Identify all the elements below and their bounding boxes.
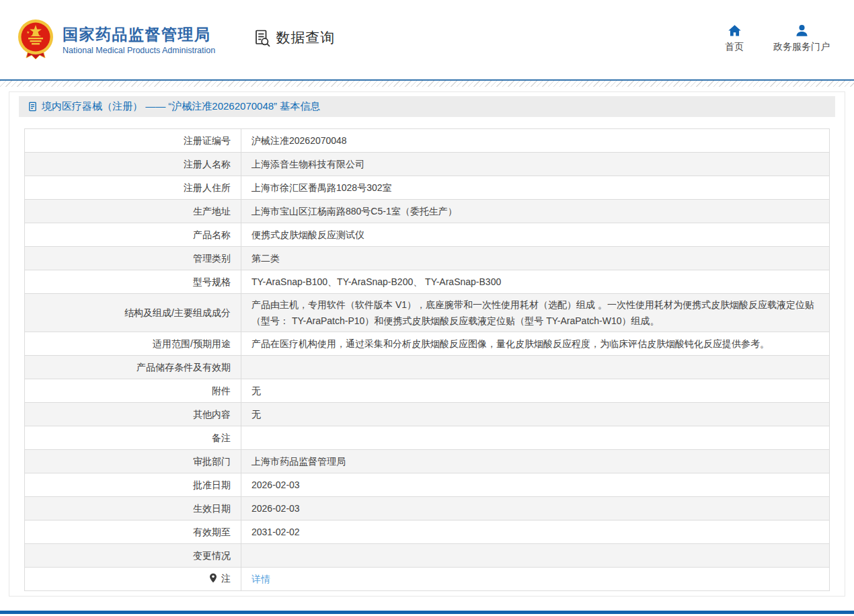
field-value: 2026-02-03	[241, 497, 830, 521]
field-value: 沪械注准20262070048	[241, 129, 830, 153]
field-value-text: 产品由主机，专用软件（软件版本 V1），底座腕带和一次性使用耗材（选配）组成 。…	[251, 299, 814, 326]
field-value: 上海添音生物科技有限公司	[241, 153, 830, 176]
table-row: 注册人住所上海市徐汇区番禺路1028号302室	[25, 176, 830, 200]
field-label: 备注	[25, 426, 241, 450]
field-value-text: TY-AraSnap-B100、TY-AraSnap-B200、 TY-AraS…	[251, 276, 501, 287]
nav-home[interactable]: 首页	[725, 24, 744, 53]
table-row: 审批部门上海市药品监督管理局	[25, 450, 830, 473]
field-value: 上海市药品监督管理局	[241, 450, 830, 473]
field-label: 注册证编号	[25, 129, 241, 153]
field-label-text: 审批部门	[193, 456, 231, 467]
field-label: 适用范围/预期用途	[25, 332, 241, 356]
field-label-text: 注	[221, 573, 231, 584]
page-title: 境内医疗器械（注册） —— “沪械注准20262070048” 基本信息	[42, 100, 320, 113]
field-label: 生效日期	[25, 497, 241, 521]
field-value: 便携式皮肤烟酸反应测试仪	[241, 223, 830, 247]
table-row: 管理类别第二类	[25, 247, 830, 270]
field-label: 生产地址	[25, 200, 241, 223]
field-label-text: 其他内容	[193, 409, 231, 420]
field-value	[241, 544, 830, 568]
field-value-text: 2026-02-03	[251, 479, 300, 490]
table-row: 注册人名称上海添音生物科技有限公司	[25, 153, 830, 176]
field-label: 结构及组成/主要组成成分	[25, 294, 241, 332]
document-icon	[28, 102, 38, 112]
field-label-text: 生产地址	[193, 206, 231, 217]
home-icon	[728, 24, 742, 38]
location-pin-icon	[209, 572, 217, 588]
field-value: 2031-02-02	[241, 521, 830, 544]
page-title-bar: 境内医疗器械（注册） —— “沪械注准20262070048” 基本信息	[19, 96, 835, 117]
table-row: 生产地址上海市宝山区江杨南路880号C5-1室（委托生产）	[25, 200, 830, 223]
nmpa-logo: 国家药品监督管理局 National Medical Products Admi…	[17, 19, 215, 61]
field-value-text: 无	[251, 409, 261, 420]
field-value-text: 上海市徐汇区番禺路1028号302室	[251, 182, 392, 193]
field-label-text: 结构及组成/主要组成成分	[124, 307, 231, 318]
field-label-text: 备注	[212, 432, 231, 443]
field-label: 其他内容	[25, 403, 241, 426]
field-value: 第二类	[241, 247, 830, 270]
field-label-text: 注册证编号	[184, 135, 231, 146]
national-emblem-icon	[17, 19, 54, 61]
field-label: 有效期至	[25, 521, 241, 544]
field-value: 详情	[241, 568, 830, 591]
field-value	[241, 426, 830, 450]
field-value-text: 2031-02-02	[251, 527, 300, 537]
field-label-text: 批准日期	[193, 479, 231, 490]
top-nav: 首页 政务服务门户	[725, 24, 830, 53]
org-titles: 国家药品监督管理局 National Medical Products Admi…	[63, 24, 215, 55]
table-row: 其他内容无	[25, 403, 830, 426]
table-row: 产品名称便携式皮肤烟酸反应测试仪	[25, 223, 830, 247]
table-row: 结构及组成/主要组成成分产品由主机，专用软件（软件版本 V1），底座腕带和一次性…	[25, 294, 830, 332]
hatch-stripe-band	[0, 81, 854, 87]
field-label: 注册人住所	[25, 176, 241, 200]
org-title-cn: 国家药品监督管理局	[63, 24, 215, 44]
table-row: 适用范围/预期用途产品在医疗机构使用，通过采集和分析皮肤烟酸反应图像，量化皮肤烟…	[25, 332, 830, 356]
content-panel: 境内医疗器械（注册） —— “沪械注准20262070048” 基本信息 注册证…	[9, 91, 845, 596]
field-value-text: 上海添音生物科技有限公司	[251, 159, 364, 169]
field-label-text: 附件	[212, 385, 231, 396]
nav-portal-label: 政务服务门户	[773, 41, 830, 53]
field-value: 2026-02-03	[241, 473, 830, 497]
document-search-icon	[253, 29, 271, 47]
nav-portal[interactable]: 政务服务门户	[773, 24, 830, 53]
field-label-text: 型号规格	[193, 276, 231, 287]
field-label-text: 适用范围/预期用途	[153, 338, 231, 349]
registration-info-table: 注册证编号沪械注准20262070048注册人名称上海添音生物科技有限公司注册人…	[24, 128, 830, 591]
field-value	[241, 356, 830, 379]
field-label: 产品名称	[25, 223, 241, 247]
field-label: 注	[25, 568, 241, 591]
field-value-text: 无	[251, 385, 261, 396]
table-row: 生效日期2026-02-03	[25, 497, 830, 521]
table-row: 变更情况	[25, 544, 830, 568]
field-label: 批准日期	[25, 473, 241, 497]
table-row: 批准日期2026-02-03	[25, 473, 830, 497]
field-label: 型号规格	[25, 270, 241, 294]
field-value: 产品由主机，专用软件（软件版本 V1），底座腕带和一次性使用耗材（选配）组成 。…	[241, 294, 830, 332]
field-label-text: 变更情况	[193, 550, 231, 561]
field-label: 注册人名称	[25, 153, 241, 176]
field-label: 变更情况	[25, 544, 241, 568]
field-value-text: 上海市药品监督管理局	[251, 456, 346, 467]
data-query-heading: 数据查询	[253, 28, 335, 47]
field-label-text: 产品储存条件及有效期	[137, 362, 231, 373]
field-value: 无	[241, 403, 830, 426]
field-value: 无	[241, 379, 830, 403]
field-label-text: 注册人住所	[184, 182, 231, 193]
field-label-text: 注册人名称	[184, 159, 231, 169]
field-value-text: 便携式皮肤烟酸反应测试仪	[251, 229, 364, 240]
field-value: TY-AraSnap-B100、TY-AraSnap-B200、 TY-AraS…	[241, 270, 830, 294]
field-label: 审批部门	[25, 450, 241, 473]
user-icon	[795, 24, 809, 38]
table-row: 产品储存条件及有效期	[25, 356, 830, 379]
footer-blue-bar	[0, 611, 854, 614]
table-row: 注册证编号沪械注准20262070048	[25, 129, 830, 153]
table-row: 注详情	[25, 568, 830, 591]
field-label-text: 生效日期	[193, 503, 231, 514]
field-label-text: 有效期至	[193, 527, 231, 537]
detail-link[interactable]: 详情	[251, 574, 270, 584]
field-value: 产品在医疗机构使用，通过采集和分析皮肤烟酸反应图像，量化皮肤烟酸反应程度，为临床…	[241, 332, 830, 356]
table-row: 备注	[25, 426, 830, 450]
field-value-text: 沪械注准20262070048	[251, 135, 347, 146]
field-value-text: 第二类	[251, 253, 280, 264]
nav-home-label: 首页	[725, 41, 744, 53]
